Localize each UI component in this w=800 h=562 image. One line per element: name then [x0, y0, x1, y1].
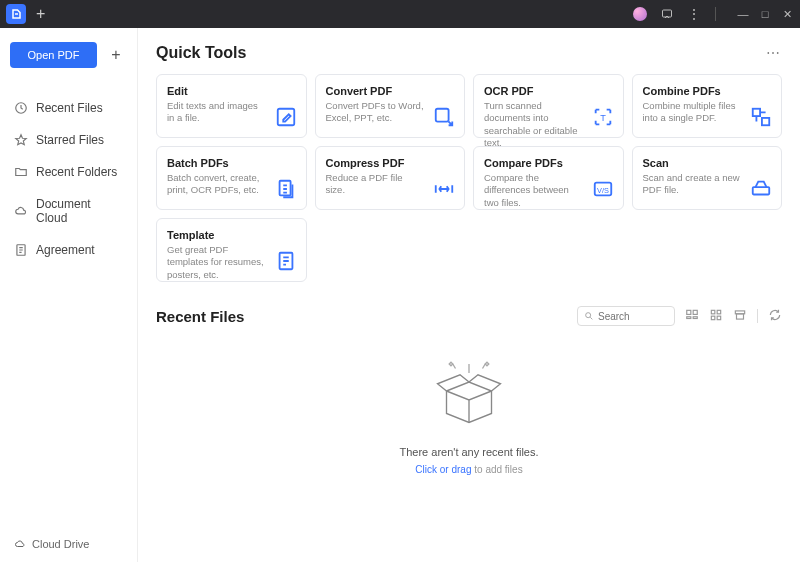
tool-card-template[interactable]: Template Get great PDF templates for res… — [156, 218, 307, 282]
svg-rect-21 — [717, 316, 721, 320]
document-icon — [14, 243, 28, 257]
cloud-icon — [14, 538, 26, 550]
recent-toolbar — [577, 306, 782, 326]
svg-rect-16 — [687, 316, 691, 318]
svg-rect-17 — [693, 316, 697, 318]
tool-card-combine[interactable]: Combine PDFs Combine multiple files into… — [632, 74, 783, 138]
sidebar-item-label: Document Cloud — [36, 197, 123, 225]
tool-card-scan[interactable]: Scan Scan and create a new PDF file. — [632, 146, 783, 210]
window-close[interactable]: ✕ — [780, 8, 794, 21]
clock-icon — [14, 101, 28, 115]
sidebar-item-document-cloud[interactable]: Document Cloud — [0, 188, 137, 234]
titlebar-right: ⋮ — □ ✕ — [633, 6, 794, 22]
window-minimize[interactable]: — — [736, 8, 750, 21]
kebab-menu-icon[interactable]: ⋮ — [687, 6, 701, 22]
tool-card-compare[interactable]: Compare PDFs Compare the differences bet… — [473, 146, 624, 210]
search-input[interactable] — [598, 311, 668, 322]
template-icon — [274, 249, 298, 273]
cloud-icon — [14, 204, 28, 218]
window-maximize[interactable]: □ — [758, 8, 772, 21]
svg-rect-23 — [737, 313, 744, 318]
recent-files-heading: Recent Files — [156, 308, 244, 325]
sidebar: Open PDF + Recent Files Starred Files Re… — [0, 28, 138, 562]
create-pdf-button[interactable]: + — [105, 44, 127, 66]
compare-icon: V/S — [591, 177, 615, 201]
quick-tools-grid: Edit Edit texts and images in a file. Co… — [156, 74, 782, 282]
edit-icon — [274, 105, 298, 129]
quick-tools-more[interactable]: ⋯ — [766, 45, 782, 61]
tool-card-compress[interactable]: Compress PDF Reduce a PDF file size. — [315, 146, 466, 210]
sidebar-item-label: Agreement — [36, 243, 95, 257]
compress-icon — [432, 177, 456, 201]
recent-search[interactable] — [577, 306, 675, 326]
search-icon — [584, 311, 594, 321]
click-or-drag-link[interactable]: Click or drag — [415, 464, 471, 475]
tool-card-edit[interactable]: Edit Edit texts and images in a file. — [156, 74, 307, 138]
tool-card-ocr[interactable]: OCR PDF Turn scanned documents into sear… — [473, 74, 624, 138]
view-list-icon[interactable] — [685, 308, 699, 325]
toolbar-separator — [757, 309, 758, 323]
svg-rect-18 — [711, 310, 715, 314]
sidebar-item-starred-files[interactable]: Starred Files — [0, 124, 137, 156]
sidebar-item-label: Recent Folders — [36, 165, 117, 179]
window-controls: — □ ✕ — [736, 8, 794, 21]
scan-icon — [749, 177, 773, 201]
svg-rect-7 — [762, 118, 769, 125]
sidebar-item-recent-folders[interactable]: Recent Folders — [0, 156, 137, 188]
ocr-icon: T — [591, 105, 615, 129]
svg-rect-11 — [753, 187, 770, 194]
new-tab-button[interactable]: + — [36, 5, 45, 23]
titlebar: + ⋮ — □ ✕ — [0, 0, 800, 28]
svg-rect-4 — [436, 109, 449, 122]
main-content: Quick Tools ⋯ Edit Edit texts and images… — [138, 28, 800, 562]
sidebar-item-label: Starred Files — [36, 133, 104, 147]
sidebar-item-agreement[interactable]: Agreement — [0, 234, 137, 266]
svg-rect-6 — [753, 109, 760, 116]
svg-text:T: T — [600, 113, 606, 123]
empty-hint: Click or drag to add files — [415, 464, 522, 475]
convert-icon — [432, 105, 456, 129]
archive-icon[interactable] — [733, 308, 747, 325]
combine-icon — [749, 105, 773, 129]
svg-rect-19 — [717, 310, 721, 314]
svg-rect-15 — [693, 310, 697, 314]
svg-rect-14 — [687, 310, 691, 314]
view-grid-icon[interactable] — [709, 308, 723, 325]
refresh-icon[interactable] — [768, 308, 782, 325]
folder-icon — [14, 165, 28, 179]
svg-point-13 — [586, 313, 591, 318]
svg-rect-20 — [711, 316, 715, 320]
tool-card-batch[interactable]: Batch PDFs Batch convert, create, print,… — [156, 146, 307, 210]
open-pdf-button[interactable]: Open PDF — [10, 42, 97, 68]
user-avatar[interactable] — [633, 7, 647, 21]
tool-card-convert[interactable]: Convert PDF Convert PDFs to Word, Excel,… — [315, 74, 466, 138]
sidebar-item-recent-files[interactable]: Recent Files — [0, 92, 137, 124]
svg-text:V/S: V/S — [597, 186, 609, 195]
sidebar-cloud-drive[interactable]: Cloud Drive — [0, 528, 137, 562]
quick-tools-heading: Quick Tools — [156, 44, 246, 62]
empty-message: There aren't any recent files. — [399, 446, 538, 458]
empty-box-illustration — [424, 346, 514, 436]
cloud-drive-label: Cloud Drive — [32, 538, 89, 550]
app-logo — [6, 4, 26, 24]
batch-icon — [274, 177, 298, 201]
sidebar-item-label: Recent Files — [36, 101, 103, 115]
notifications-icon[interactable] — [661, 8, 673, 20]
recent-empty-state: There aren't any recent files. Click or … — [156, 346, 782, 475]
star-icon — [14, 133, 28, 147]
